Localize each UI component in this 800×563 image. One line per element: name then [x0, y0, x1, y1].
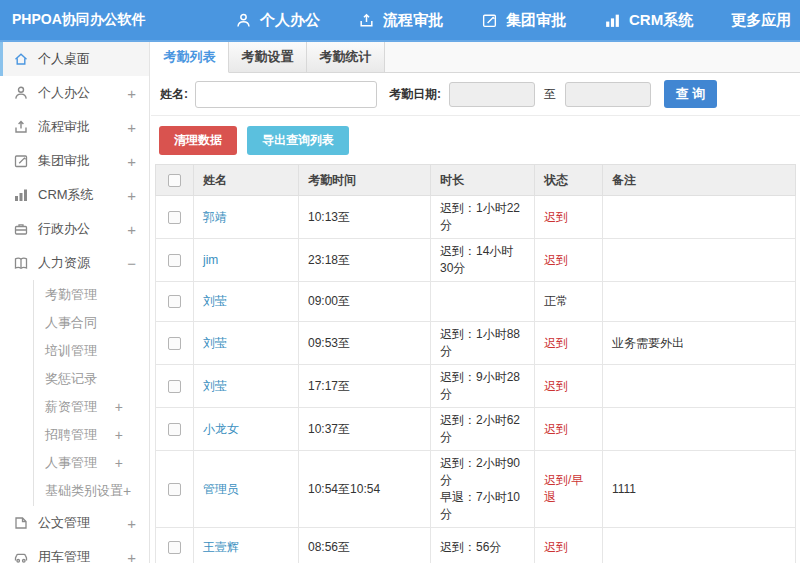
- sidebar-item-label: 集团审批: [38, 152, 90, 170]
- table-header-row: 姓名考勤时间时长状态备注: [156, 165, 796, 196]
- home-icon: [13, 51, 29, 67]
- employee-name-link[interactable]: 郭靖: [203, 210, 227, 224]
- date-from-input[interactable]: [449, 82, 535, 107]
- sidebar-item-crm-system[interactable]: CRM系统+: [0, 178, 149, 212]
- employee-name-link[interactable]: jim: [203, 253, 218, 267]
- expander-icon[interactable]: +: [127, 187, 136, 204]
- expander-icon[interactable]: +: [115, 399, 123, 415]
- sidebar-item-label: 流程审批: [38, 118, 90, 136]
- status-badge: 迟到: [544, 336, 568, 350]
- main-content: 考勤列表考勤设置考勤统计 姓名: 考勤日期: 至 查 询 清理数据 导出查询列表…: [151, 42, 800, 563]
- note-cell: [603, 196, 796, 239]
- clean-data-button[interactable]: 清理数据: [159, 126, 237, 155]
- edit-icon: [481, 12, 498, 29]
- expander-icon[interactable]: +: [127, 85, 136, 102]
- name-input[interactable]: [195, 81, 377, 108]
- note-cell: [603, 282, 796, 322]
- expander-icon[interactable]: +: [115, 427, 123, 443]
- nav-item-crm-system[interactable]: CRM系统: [585, 0, 712, 40]
- duration-line: 迟到：1小时22分: [440, 200, 525, 234]
- sidebar-item-admin-office[interactable]: 行政办公+: [0, 212, 149, 246]
- duration-cell: 迟到：14小时30分: [431, 239, 535, 282]
- row-checkbox[interactable]: [168, 423, 181, 436]
- note-cell: [603, 239, 796, 282]
- employee-name-link[interactable]: 刘莹: [203, 379, 227, 393]
- name-cell: 刘莹: [194, 365, 299, 408]
- select-all-checkbox[interactable]: [168, 174, 181, 187]
- tab-attendance-list[interactable]: 考勤列表: [151, 42, 229, 73]
- export-list-button[interactable]: 导出查询列表: [247, 126, 349, 155]
- nav-item-personal-office[interactable]: 个人办公: [216, 0, 339, 40]
- employee-name-link[interactable]: 刘莹: [203, 294, 227, 308]
- expander-icon[interactable]: +: [127, 515, 136, 532]
- row-checkbox[interactable]: [168, 541, 181, 554]
- sidebar-submenu: 考勤管理人事合同培训管理奖惩记录薪资管理+招聘管理+人事管理+基础类别设置+: [33, 280, 149, 506]
- duration-cell: 迟到：9小时28分: [431, 365, 535, 408]
- sidebar-subitem-basic-category-settings[interactable]: 基础类别设置+: [34, 477, 149, 505]
- status-cell: 迟到: [535, 239, 603, 282]
- person-icon: [235, 12, 252, 29]
- row-checkbox[interactable]: [168, 295, 181, 308]
- checkbox-column-header: [156, 165, 194, 196]
- expander-icon[interactable]: +: [127, 119, 136, 136]
- note-cell: [603, 365, 796, 408]
- status-cell: 迟到: [535, 528, 603, 563]
- sidebar-subitem-salary-management[interactable]: 薪资管理+: [34, 393, 149, 421]
- nav-item-label: 个人办公: [260, 11, 320, 30]
- employee-name-link[interactable]: 小龙女: [203, 422, 239, 436]
- status-badge: 迟到: [544, 540, 568, 554]
- expander-icon[interactable]: +: [127, 153, 136, 170]
- status-badge: 迟到: [544, 379, 568, 393]
- tab-attendance-settings[interactable]: 考勤设置: [229, 42, 307, 73]
- row-checkbox[interactable]: [168, 483, 181, 496]
- employee-name-link[interactable]: 王壹辉: [203, 540, 239, 554]
- sidebar-item-personal-office[interactable]: 个人办公+: [0, 76, 149, 110]
- sidebar-item-workflow-approval[interactable]: 流程审批+: [0, 110, 149, 144]
- nav-item-more-apps[interactable]: 更多应用: [712, 0, 800, 40]
- expander-icon[interactable]: +: [123, 483, 131, 499]
- status-cell: 迟到: [535, 408, 603, 451]
- sidebar-subitem-personnel-contract[interactable]: 人事合同: [34, 309, 149, 337]
- date-to-input[interactable]: [565, 82, 651, 107]
- row-checkbox-cell: [156, 528, 194, 563]
- sidebar-subitem-label: 人事管理: [45, 454, 97, 472]
- row-checkbox[interactable]: [168, 254, 181, 267]
- row-checkbox-cell: [156, 365, 194, 408]
- sidebar-item-personal-desktop[interactable]: 个人桌面: [0, 42, 149, 76]
- duration-cell: 迟到：2小时90分早退：7小时10分: [431, 451, 535, 528]
- query-button[interactable]: 查 询: [664, 80, 717, 108]
- tab-attendance-statistics[interactable]: 考勤统计: [307, 42, 385, 73]
- sidebar-item-vehicle-management[interactable]: 用车管理+: [0, 540, 149, 563]
- sidebar-item-human-resources[interactable]: 人力资源−: [0, 246, 149, 280]
- expander-icon[interactable]: +: [115, 455, 123, 471]
- sidebar-subitem-label: 考勤管理: [45, 286, 97, 304]
- to-label: 至: [544, 86, 556, 103]
- expander-icon[interactable]: +: [127, 221, 136, 238]
- name-cell: 管理员: [194, 451, 299, 528]
- sidebar-subitem-reward-punishment-records[interactable]: 奖惩记录: [34, 365, 149, 393]
- status-badge: 迟到: [544, 253, 568, 267]
- nav-item-group-approval[interactable]: 集团审批: [462, 0, 585, 40]
- row-checkbox[interactable]: [168, 337, 181, 350]
- nav-item-workflow-approval[interactable]: 流程审批: [339, 0, 462, 40]
- sidebar-subitem-label: 招聘管理: [45, 426, 97, 444]
- sidebar-subitem-training-management[interactable]: 培训管理: [34, 337, 149, 365]
- sidebar-item-document-management[interactable]: 公文管理+: [0, 506, 149, 540]
- sidebar-subitem-attendance-management[interactable]: 考勤管理: [34, 281, 149, 309]
- row-checkbox-cell: [156, 408, 194, 451]
- duration-line: 迟到：9小时28分: [440, 369, 525, 403]
- row-checkbox[interactable]: [168, 380, 181, 393]
- expander-icon[interactable]: −: [127, 255, 136, 272]
- sidebar-subitem-recruitment-management[interactable]: 招聘管理+: [34, 421, 149, 449]
- table-row: 刘莹17:17至迟到：9小时28分迟到: [156, 365, 796, 408]
- employee-name-link[interactable]: 刘莹: [203, 336, 227, 350]
- sidebar-subitem-personnel-management[interactable]: 人事管理+: [34, 449, 149, 477]
- duration-line: 早退：7小时10分: [440, 489, 525, 523]
- duration-cell: 迟到：2小时62分: [431, 408, 535, 451]
- expander-icon[interactable]: +: [127, 549, 136, 563]
- attendance-time-cell: 09:53至: [299, 322, 431, 365]
- employee-name-link[interactable]: 管理员: [203, 482, 239, 496]
- sidebar-item-group-approval[interactable]: 集团审批+: [0, 144, 149, 178]
- name-cell: jim: [194, 239, 299, 282]
- row-checkbox[interactable]: [168, 211, 181, 224]
